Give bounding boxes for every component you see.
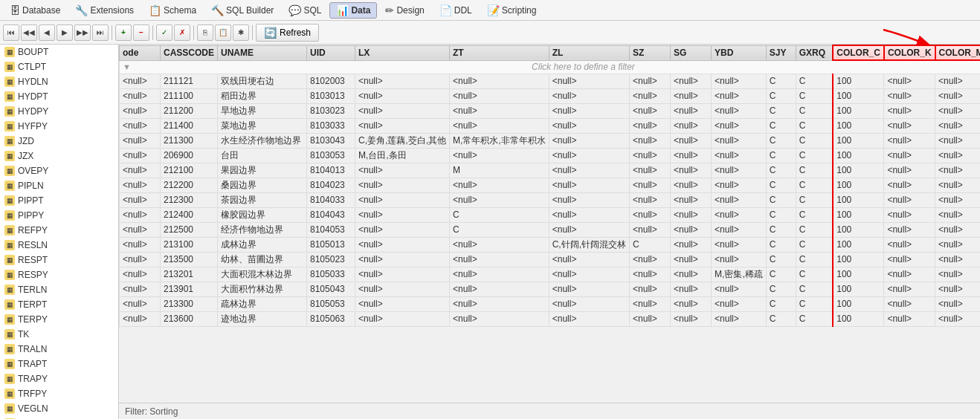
cell-zl[interactable]: <null> bbox=[549, 74, 629, 88]
cell-lx[interactable]: <null> bbox=[355, 282, 450, 296]
cell-zt[interactable]: <null> bbox=[450, 311, 549, 326]
cell-sz[interactable]: <null> bbox=[630, 192, 671, 207]
cell-ode[interactable]: <null> bbox=[120, 192, 161, 207]
cell-zt[interactable]: <null> bbox=[450, 296, 549, 311]
table-row[interactable]: <null>213901大面积竹林边界8105043<null><null><n… bbox=[120, 282, 981, 296]
cell-uid[interactable]: 8105053 bbox=[307, 296, 355, 311]
cell-uid[interactable]: 8104013 bbox=[307, 163, 355, 178]
cell-casscode[interactable]: 213100 bbox=[161, 237, 218, 252]
sidebar-item-TERPT[interactable]: ▦ TERPT bbox=[0, 297, 118, 312]
cell-color_k[interactable]: <null> bbox=[884, 296, 935, 311]
cell-ode[interactable]: <null> bbox=[120, 88, 161, 103]
table-wrapper[interactable]: ode CASSCODE UNAME UID LX ZT ZL SZ SG YB… bbox=[119, 45, 980, 403]
cell-uname[interactable]: 桑园边界 bbox=[218, 178, 307, 192]
cell-sjy[interactable]: C bbox=[766, 267, 796, 282]
cell-color_c[interactable]: 100 bbox=[833, 311, 884, 326]
cell-ode[interactable]: <null> bbox=[120, 133, 161, 148]
sidebar-item-JZD[interactable]: ▦ JZD bbox=[0, 134, 118, 149]
cell-zl[interactable]: <null> bbox=[549, 178, 629, 192]
cell-ybd[interactable]: <null> bbox=[712, 74, 767, 88]
cell-color_k[interactable]: <null> bbox=[884, 282, 935, 296]
cell-color_k[interactable]: <null> bbox=[884, 311, 935, 326]
cell-sg[interactable]: <null> bbox=[671, 88, 712, 103]
cell-color_k[interactable]: <null> bbox=[884, 267, 935, 282]
cell-sg[interactable]: <null> bbox=[671, 222, 712, 237]
cell-zt[interactable]: <null> bbox=[450, 178, 549, 192]
col-header-zt[interactable]: ZT bbox=[450, 45, 549, 60]
col-header-uid[interactable]: UID bbox=[307, 45, 355, 60]
cell-sg[interactable]: <null> bbox=[671, 163, 712, 178]
copy-btn[interactable]: ⎘ bbox=[197, 25, 213, 41]
cell-zl[interactable]: <null> bbox=[549, 118, 629, 133]
cell-gxrq[interactable]: C bbox=[796, 133, 833, 148]
cell-sjy[interactable]: C bbox=[766, 178, 796, 192]
sidebar-item-VEGLN[interactable]: ▦ VEGLN bbox=[0, 401, 118, 416]
cell-gxrq[interactable]: C bbox=[796, 103, 833, 118]
prev-page-btn[interactable]: ◀◀ bbox=[21, 25, 37, 41]
cell-casscode[interactable]: 211200 bbox=[161, 103, 218, 118]
cell-zl[interactable]: <null> bbox=[549, 296, 629, 311]
cell-uname[interactable]: 大面积混木林边界 bbox=[218, 267, 307, 282]
cell-zt[interactable]: M,常年积水,非常年积水 bbox=[450, 133, 549, 148]
col-header-zl[interactable]: ZL bbox=[549, 45, 629, 60]
tab-sql[interactable]: 💬 SQL bbox=[282, 2, 328, 19]
filter-bar[interactable]: ▼ Click here to define a filter bbox=[123, 62, 980, 72]
cell-sjy[interactable]: C bbox=[766, 103, 796, 118]
cell-gxrq[interactable]: C bbox=[796, 118, 833, 133]
cell-sjy[interactable]: C bbox=[766, 133, 796, 148]
cell-color_k[interactable]: <null> bbox=[884, 88, 935, 103]
cell-uid[interactable]: 8105023 bbox=[307, 252, 355, 267]
cell-color_c[interactable]: 100 bbox=[833, 148, 884, 163]
cell-sg[interactable]: <null> bbox=[671, 103, 712, 118]
cell-sg[interactable]: <null> bbox=[671, 74, 712, 88]
tab-schema[interactable]: 📋 Schema bbox=[142, 2, 203, 19]
cell-uid[interactable]: 8103053 bbox=[307, 148, 355, 163]
cell-uid[interactable]: 8103043 bbox=[307, 133, 355, 148]
cell-color_c[interactable]: 100 bbox=[833, 222, 884, 237]
cell-sz[interactable]: C bbox=[630, 237, 671, 252]
cell-zl[interactable]: C,针阔,针阔混交林 bbox=[549, 237, 629, 252]
cell-sz[interactable]: <null> bbox=[630, 88, 671, 103]
cell-uname[interactable]: 橡胶园边界 bbox=[218, 207, 307, 222]
cell-uid[interactable]: 8104053 bbox=[307, 222, 355, 237]
table-row[interactable]: <null>213600迹地边界8105063<null><null><null… bbox=[120, 311, 981, 326]
cell-ybd[interactable]: <null> bbox=[712, 148, 767, 163]
table-row[interactable]: <null>212200桑园边界8104023<null><null><null… bbox=[120, 178, 981, 192]
cell-sg[interactable]: <null> bbox=[671, 118, 712, 133]
col-header-color-k[interactable]: COLOR_K bbox=[884, 45, 935, 60]
cell-ode[interactable]: <null> bbox=[120, 282, 161, 296]
col-header-casscode[interactable]: CASSCODE bbox=[161, 45, 218, 60]
cell-sg[interactable]: <null> bbox=[671, 237, 712, 252]
table-row[interactable]: <null>206900台田8103053M,台田,条田<null><null>… bbox=[120, 148, 981, 163]
cell-color_c[interactable]: 100 bbox=[833, 252, 884, 267]
tab-sql-builder[interactable]: 🔨 SQL Builder bbox=[204, 2, 280, 19]
table-row[interactable]: <null>212500经济作物地边界8104053<null>C<null><… bbox=[120, 222, 981, 237]
cell-color_k[interactable]: <null> bbox=[884, 252, 935, 267]
cell-casscode[interactable]: 211121 bbox=[161, 74, 218, 88]
cell-color_c[interactable]: 100 bbox=[833, 192, 884, 207]
sidebar-item-HYDLN[interactable]: ▦ HYDLN bbox=[0, 74, 118, 89]
cell-casscode[interactable]: 212400 bbox=[161, 207, 218, 222]
cell-color_k[interactable]: <null> bbox=[884, 222, 935, 237]
cell-sjy[interactable]: C bbox=[766, 148, 796, 163]
cell-zl[interactable]: <null> bbox=[549, 311, 629, 326]
cell-uid[interactable]: 8104023 bbox=[307, 178, 355, 192]
cell-lx[interactable]: <null> bbox=[355, 296, 450, 311]
table-row[interactable]: <null>211400菜地边界8103033<null><null><null… bbox=[120, 118, 981, 133]
cell-uid[interactable]: 8104043 bbox=[307, 207, 355, 222]
first-btn[interactable]: ⏮ bbox=[3, 25, 19, 41]
cell-zt[interactable]: M bbox=[450, 163, 549, 178]
cell-casscode[interactable]: 213300 bbox=[161, 296, 218, 311]
cell-color_c[interactable]: 100 bbox=[833, 296, 884, 311]
sidebar-item-CTLPT[interactable]: ▦ CTLPT bbox=[0, 59, 118, 74]
cell-uid[interactable]: 8103033 bbox=[307, 118, 355, 133]
cell-sjy[interactable]: C bbox=[766, 118, 796, 133]
cell-color_c[interactable]: 100 bbox=[833, 103, 884, 118]
cell-color_m[interactable]: <null> bbox=[935, 192, 980, 207]
cell-color_k[interactable]: <null> bbox=[884, 148, 935, 163]
table-row[interactable]: <null>213201大面积混木林边界8105033<null><null><… bbox=[120, 267, 981, 282]
cell-sjy[interactable]: C bbox=[766, 296, 796, 311]
cell-lx[interactable]: <null> bbox=[355, 237, 450, 252]
cell-casscode[interactable]: 212300 bbox=[161, 192, 218, 207]
cell-zt[interactable]: <null> bbox=[450, 237, 549, 252]
